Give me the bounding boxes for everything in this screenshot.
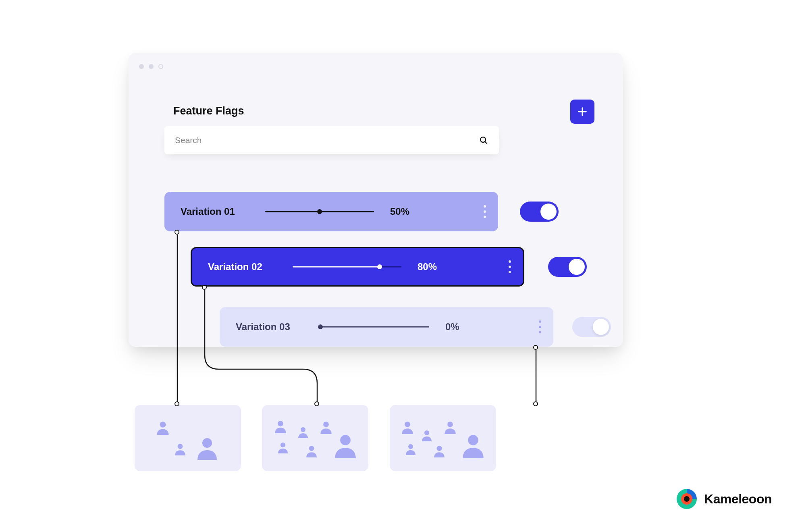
window-controls bbox=[139, 64, 163, 69]
person-icon bbox=[298, 427, 308, 438]
variation-slider[interactable] bbox=[320, 326, 429, 328]
more-menu-icon[interactable] bbox=[509, 260, 511, 273]
more-menu-icon[interactable] bbox=[539, 320, 541, 333]
window-dot-icon bbox=[158, 64, 163, 69]
svg-point-8 bbox=[309, 446, 314, 451]
brand-name: Kameleoon bbox=[704, 492, 772, 507]
add-feature-flag-button[interactable] bbox=[570, 100, 594, 124]
person-icon bbox=[406, 444, 416, 455]
variation-percent: 0% bbox=[445, 321, 474, 332]
svg-point-9 bbox=[323, 422, 329, 427]
connector-line bbox=[202, 287, 319, 406]
audience-card bbox=[390, 405, 496, 471]
variation-percent: 80% bbox=[418, 261, 446, 272]
variation-slider[interactable] bbox=[293, 266, 401, 268]
svg-point-11 bbox=[405, 422, 410, 427]
variation-percent: 50% bbox=[390, 206, 418, 217]
person-icon bbox=[175, 443, 185, 455]
person-icon bbox=[334, 434, 356, 458]
connector-node-icon bbox=[533, 345, 538, 350]
person-icon bbox=[434, 445, 445, 457]
person-icon bbox=[306, 445, 317, 457]
plus-icon bbox=[577, 106, 588, 117]
person-icon bbox=[275, 420, 286, 433]
page-title: Feature Flags bbox=[173, 105, 244, 117]
svg-point-3 bbox=[178, 444, 183, 449]
person-icon bbox=[278, 442, 288, 453]
window-dot-icon bbox=[139, 64, 144, 69]
more-menu-icon[interactable] bbox=[484, 205, 486, 218]
connector-node-icon bbox=[533, 401, 538, 406]
connector-line bbox=[534, 347, 538, 405]
connector-node-icon bbox=[175, 401, 179, 406]
variation-card-02[interactable]: Variation 02 80% bbox=[191, 247, 524, 287]
svg-point-13 bbox=[424, 430, 429, 435]
search-bar[interactable] bbox=[164, 126, 499, 154]
svg-point-16 bbox=[468, 435, 478, 445]
search-input[interactable] bbox=[175, 135, 479, 145]
connector-node-icon bbox=[202, 285, 207, 290]
connector-node-icon bbox=[175, 230, 179, 235]
svg-point-10 bbox=[340, 435, 351, 445]
connector-node-icon bbox=[314, 401, 319, 406]
svg-line-1 bbox=[485, 142, 487, 144]
svg-point-4 bbox=[202, 438, 212, 448]
audience-card bbox=[262, 405, 368, 471]
window-dot-icon bbox=[149, 64, 154, 69]
svg-point-14 bbox=[437, 446, 442, 451]
variation-slider[interactable] bbox=[265, 211, 374, 212]
person-icon bbox=[402, 421, 413, 434]
svg-point-7 bbox=[301, 427, 305, 432]
svg-point-5 bbox=[278, 421, 283, 426]
svg-point-2 bbox=[160, 422, 166, 428]
person-icon bbox=[320, 421, 332, 434]
person-icon bbox=[422, 430, 432, 441]
person-icon bbox=[197, 437, 217, 460]
variation-label: Variation 02 bbox=[208, 261, 293, 272]
person-icon bbox=[445, 421, 456, 434]
person-icon bbox=[157, 421, 169, 435]
variation-card-01[interactable]: Variation 01 50% bbox=[164, 192, 498, 231]
svg-point-15 bbox=[447, 422, 453, 427]
svg-point-12 bbox=[408, 444, 413, 449]
variation-label: Variation 01 bbox=[181, 206, 265, 217]
variation-toggle-01[interactable] bbox=[520, 202, 559, 222]
connector-line bbox=[175, 231, 180, 405]
search-icon bbox=[479, 135, 488, 145]
brand-logo: Kameleoon bbox=[676, 488, 772, 510]
audience-card bbox=[135, 405, 241, 471]
svg-point-18 bbox=[684, 496, 690, 502]
svg-point-6 bbox=[280, 443, 285, 447]
person-icon bbox=[462, 434, 484, 458]
variation-toggle-03[interactable] bbox=[572, 317, 611, 337]
kameleoon-logo-icon bbox=[676, 488, 698, 510]
variation-toggle-02[interactable] bbox=[548, 257, 587, 277]
